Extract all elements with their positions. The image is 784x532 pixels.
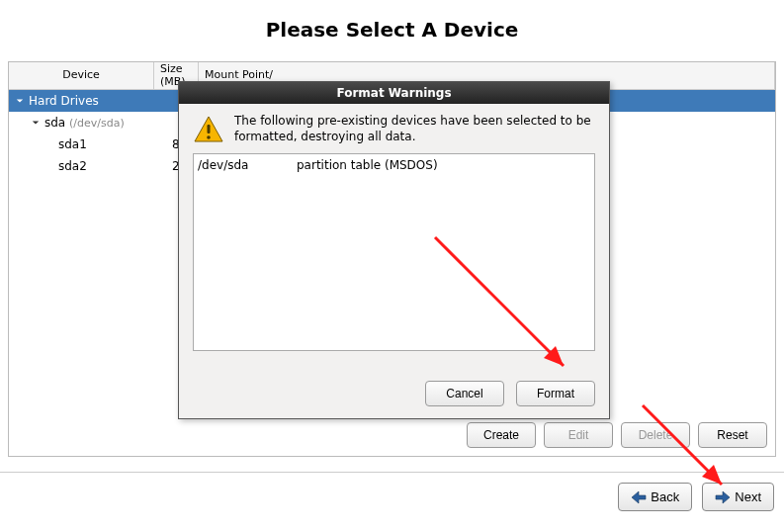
arrow-left-icon: [631, 490, 647, 504]
next-label: Next: [735, 489, 761, 504]
list-item[interactable]: /dev/sda partition table (MSDOS): [198, 158, 590, 172]
svg-rect-0: [208, 125, 211, 133]
svg-point-1: [207, 135, 211, 139]
device-desc: partition table (MSDOS): [297, 158, 438, 172]
reset-button[interactable]: Reset: [698, 422, 767, 448]
device-path: /dev/sda: [198, 158, 297, 172]
tree-label: sda: [44, 116, 65, 130]
device-list[interactable]: /dev/sda partition table (MSDOS): [193, 153, 595, 351]
chevron-down-icon[interactable]: [13, 97, 27, 105]
cancel-button[interactable]: Cancel: [425, 381, 504, 406]
dialog-title: Format Warnings: [336, 86, 451, 100]
tree-label: sda1: [58, 137, 87, 151]
tree-path: (/dev/sda): [69, 117, 125, 130]
next-button[interactable]: Next: [702, 483, 774, 511]
tree-label: sda2: [58, 159, 87, 173]
back-button[interactable]: Back: [618, 483, 692, 511]
dialog-titlebar[interactable]: Format Warnings: [179, 82, 609, 104]
dialog-message: The following pre-existing devices have …: [234, 114, 595, 145]
tree-label: Hard Drives: [29, 94, 99, 108]
chevron-down-icon[interactable]: [29, 119, 43, 127]
action-bar: Create Edit Delete Reset: [467, 422, 767, 448]
col-device[interactable]: Device: [9, 62, 154, 89]
page-title: Please Select A Device: [0, 0, 784, 61]
warning-icon: [193, 114, 224, 145]
delete-button: Delete: [621, 422, 690, 448]
back-label: Back: [651, 489, 679, 504]
format-warning-dialog: Format Warnings The following pre-existi…: [178, 81, 610, 419]
edit-button: Edit: [544, 422, 613, 448]
format-button[interactable]: Format: [516, 381, 595, 406]
arrow-right-icon: [715, 490, 731, 504]
nav-bar: Back Next: [0, 473, 784, 511]
create-button[interactable]: Create: [467, 422, 536, 448]
